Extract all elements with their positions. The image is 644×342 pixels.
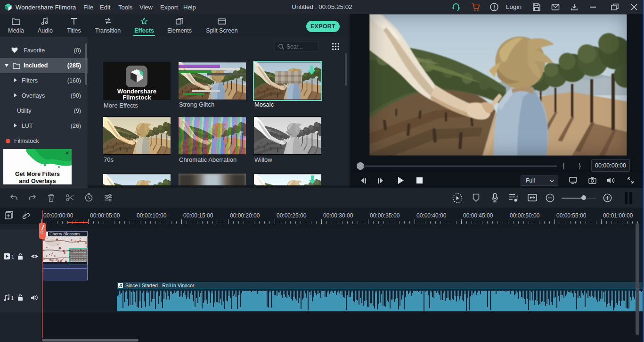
svg-text:00:00:10:00: 00:00:10:00 bbox=[137, 212, 167, 219]
svg-text:00:00:15:00: 00:00:15:00 bbox=[183, 212, 213, 219]
svg-text:00:00:25:00: 00:00:25:00 bbox=[277, 212, 307, 219]
svg-text:00:00:55:00: 00:00:55:00 bbox=[556, 212, 587, 219]
svg-text:00:00:40:00: 00:00:40:00 bbox=[416, 212, 447, 219]
svg-text:00:00:05:00: 00:00:05:00 bbox=[90, 212, 120, 219]
svg-text:00:00:20:00: 00:00:20:00 bbox=[230, 212, 260, 219]
svg-text:00:00:30:00: 00:00:30:00 bbox=[323, 212, 353, 219]
svg-text:1: 1 bbox=[11, 254, 14, 259]
svg-text:00:00:35:00: 00:00:35:00 bbox=[370, 212, 400, 219]
svg-text:00:00:45:00: 00:00:45:00 bbox=[463, 212, 493, 219]
svg-text:1: 1 bbox=[11, 295, 14, 301]
svg-text:00:00:50:00: 00:00:50:00 bbox=[510, 212, 540, 219]
svg-text:00:01:00:00: 00:01:00:00 bbox=[603, 212, 633, 219]
svg-text:00:00:00:00: 00:00:00:00 bbox=[43, 212, 73, 219]
